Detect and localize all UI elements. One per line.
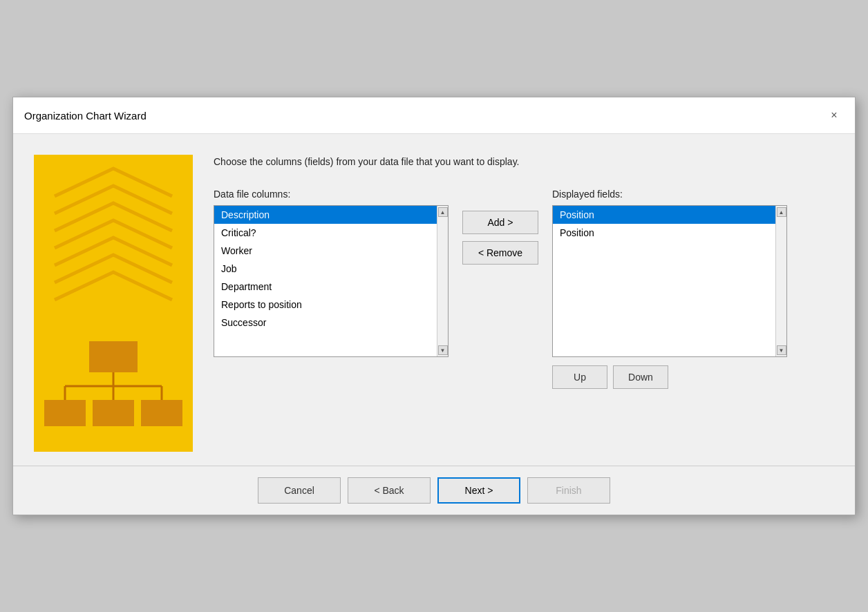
scroll-down-arrow[interactable]: ▼ <box>777 345 786 355</box>
down-button[interactable]: Down <box>613 365 668 389</box>
right-listbox-scrollbar[interactable]: ▲ ▼ <box>775 206 786 356</box>
left-listbox-scrollbar[interactable]: ▲ ▼ <box>437 206 448 356</box>
list-item[interactable]: Description <box>214 206 448 224</box>
scroll-down-arrow[interactable]: ▼ <box>438 345 448 355</box>
svg-rect-9 <box>141 400 182 426</box>
close-button[interactable]: × <box>824 106 844 125</box>
up-down-buttons: Up Down <box>552 365 787 389</box>
columns-section: Data file columns: Description Critical?… <box>214 189 834 389</box>
scroll-up-arrow[interactable]: ▲ <box>438 207 448 217</box>
finish-button[interactable]: Finish <box>527 477 610 504</box>
wizard-content: Choose the columns (fields) from your da… <box>214 155 834 452</box>
title-bar: Organization Chart Wizard × <box>13 97 855 134</box>
add-button[interactable]: Add > <box>462 211 538 234</box>
up-button[interactable]: Up <box>552 365 607 389</box>
instruction-text: Choose the columns (fields) from your da… <box>214 155 834 169</box>
data-file-columns-section: Data file columns: Description Critical?… <box>214 189 449 357</box>
scroll-up-arrow[interactable]: ▲ <box>777 207 786 217</box>
list-item[interactable]: Position <box>553 206 786 224</box>
cancel-button[interactable]: Cancel <box>258 477 341 504</box>
add-remove-buttons: Add > < Remove <box>449 211 552 265</box>
dialog-body: Choose the columns (fields) from your da… <box>13 134 855 466</box>
svg-rect-1 <box>89 341 138 372</box>
list-item[interactable]: Critical? <box>214 224 448 242</box>
list-item[interactable]: Worker <box>214 242 448 260</box>
list-item[interactable]: Reports to position <box>214 296 448 314</box>
list-item[interactable]: Department <box>214 278 448 296</box>
displayed-fields-listbox[interactable]: Position Position ▲ ▼ <box>552 205 787 357</box>
list-item[interactable]: Job <box>214 260 448 278</box>
data-file-columns-listbox[interactable]: Description Critical? Worker Job Departm… <box>214 205 449 357</box>
displayed-fields-label: Displayed fields: <box>552 189 787 200</box>
dialog-title: Organization Chart Wizard <box>24 110 147 122</box>
svg-rect-7 <box>44 400 86 426</box>
svg-rect-8 <box>93 400 134 426</box>
data-file-columns-label: Data file columns: <box>214 189 449 200</box>
list-item[interactable]: Successor <box>214 314 448 332</box>
next-button[interactable]: Next > <box>437 477 520 504</box>
back-button[interactable]: < Back <box>348 477 431 504</box>
wizard-image <box>34 155 193 452</box>
dialog-footer: Cancel < Back Next > Finish <box>13 466 855 515</box>
displayed-fields-section: Displayed fields: Position Position ▲ ▼ … <box>552 189 787 389</box>
remove-button[interactable]: < Remove <box>462 241 538 265</box>
list-item[interactable]: Position <box>553 224 786 242</box>
dialog: Organization Chart Wizard × <box>12 97 856 515</box>
